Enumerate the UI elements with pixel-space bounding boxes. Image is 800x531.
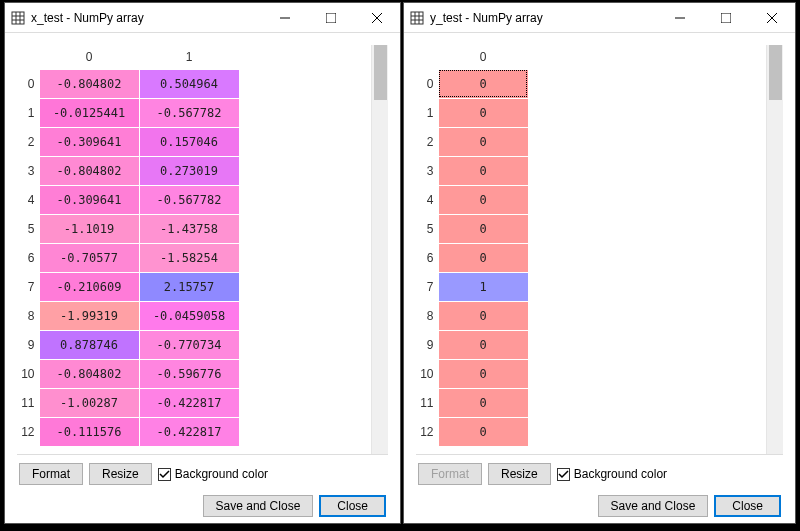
- data-cell[interactable]: 0: [438, 156, 528, 185]
- background-color-checkbox[interactable]: Background color: [557, 467, 667, 481]
- row-header[interactable]: 2: [17, 127, 39, 156]
- resize-button[interactable]: Resize: [488, 463, 551, 485]
- data-cell[interactable]: -1.1019: [39, 214, 139, 243]
- row-header[interactable]: 9: [416, 330, 438, 359]
- data-cell[interactable]: 0: [438, 330, 528, 359]
- row-header[interactable]: 5: [416, 214, 438, 243]
- row-header[interactable]: 7: [416, 272, 438, 301]
- data-cell[interactable]: 0: [438, 417, 528, 446]
- data-cell[interactable]: -0.0125441: [39, 98, 139, 127]
- close-window-button[interactable]: [749, 3, 795, 33]
- row-header[interactable]: 7: [17, 272, 39, 301]
- save-and-close-button[interactable]: Save and Close: [203, 495, 314, 517]
- data-cell[interactable]: -1.00287: [39, 388, 139, 417]
- row-header[interactable]: 6: [416, 243, 438, 272]
- data-cell[interactable]: 0: [438, 301, 528, 330]
- data-cell[interactable]: -0.111576: [39, 417, 139, 446]
- row-header[interactable]: 8: [416, 301, 438, 330]
- data-cell[interactable]: 0.157046: [139, 127, 239, 156]
- data-cell[interactable]: -0.0459058: [139, 301, 239, 330]
- window-controls: [657, 3, 795, 33]
- row-header[interactable]: 3: [17, 156, 39, 185]
- row-header[interactable]: 0: [416, 69, 438, 98]
- data-cell[interactable]: -0.70577: [39, 243, 139, 272]
- row-header[interactable]: 6: [17, 243, 39, 272]
- data-cell[interactable]: 0.878746: [39, 330, 139, 359]
- data-cell[interactable]: -0.422817: [139, 417, 239, 446]
- window-body: 010-0.8048020.5049641-0.0125441-0.567782…: [5, 33, 400, 523]
- close-button[interactable]: Close: [319, 495, 386, 517]
- format-button[interactable]: Format: [19, 463, 83, 485]
- row-header[interactable]: 11: [416, 388, 438, 417]
- resize-button[interactable]: Resize: [89, 463, 152, 485]
- data-grid[interactable]: 000102030405060718090100110120: [416, 45, 766, 454]
- scrollbar-thumb[interactable]: [374, 45, 387, 100]
- data-cell[interactable]: 0: [438, 98, 528, 127]
- row-header[interactable]: 12: [17, 417, 39, 446]
- row-header[interactable]: 8: [17, 301, 39, 330]
- data-cell[interactable]: -1.43758: [139, 214, 239, 243]
- vertical-scrollbar[interactable]: [371, 45, 388, 454]
- data-cell[interactable]: 0: [438, 388, 528, 417]
- scrollbar-thumb[interactable]: [769, 45, 782, 100]
- background-color-checkbox[interactable]: Background color: [158, 467, 268, 481]
- data-cell[interactable]: 0: [438, 214, 528, 243]
- data-cell[interactable]: -0.309641: [39, 185, 139, 214]
- row-header[interactable]: 1: [17, 98, 39, 127]
- close-window-button[interactable]: [354, 3, 400, 33]
- data-cell[interactable]: -0.309641: [39, 127, 139, 156]
- data-cell[interactable]: 0.273019: [139, 156, 239, 185]
- titlebar[interactable]: x_test - NumPy array: [5, 3, 400, 33]
- row-header[interactable]: 10: [416, 359, 438, 388]
- row-header[interactable]: 1: [416, 98, 438, 127]
- data-cell[interactable]: -0.804802: [39, 156, 139, 185]
- window-title: x_test - NumPy array: [31, 11, 262, 25]
- row-header[interactable]: 5: [17, 214, 39, 243]
- data-cell[interactable]: -0.210609: [39, 272, 139, 301]
- data-cell[interactable]: -1.99319: [39, 301, 139, 330]
- column-header[interactable]: 0: [438, 45, 528, 69]
- minimize-button[interactable]: [657, 3, 703, 33]
- row-header[interactable]: 4: [17, 185, 39, 214]
- row-header[interactable]: 0: [17, 69, 39, 98]
- maximize-button[interactable]: [703, 3, 749, 33]
- vertical-scrollbar[interactable]: [766, 45, 783, 454]
- data-cell[interactable]: -1.58254: [139, 243, 239, 272]
- close-button[interactable]: Close: [714, 495, 781, 517]
- minimize-button[interactable]: [262, 3, 308, 33]
- maximize-button[interactable]: [308, 3, 354, 33]
- window-controls: [262, 3, 400, 33]
- svg-rect-15: [721, 13, 731, 23]
- row-header[interactable]: 11: [17, 388, 39, 417]
- column-header[interactable]: 0: [39, 45, 139, 69]
- row-header[interactable]: 2: [416, 127, 438, 156]
- data-cell[interactable]: -0.567782: [139, 185, 239, 214]
- data-cell[interactable]: 0: [438, 127, 528, 156]
- titlebar[interactable]: y_test - NumPy array: [404, 3, 795, 33]
- row-header[interactable]: 3: [416, 156, 438, 185]
- format-button[interactable]: Format: [418, 463, 482, 485]
- data-cell[interactable]: 0: [438, 243, 528, 272]
- row-header[interactable]: 10: [17, 359, 39, 388]
- data-cell[interactable]: 0: [438, 69, 528, 98]
- row-header[interactable]: 9: [17, 330, 39, 359]
- data-cell[interactable]: -0.596776: [139, 359, 239, 388]
- data-cell[interactable]: -0.804802: [39, 359, 139, 388]
- grid-icon: [11, 11, 25, 25]
- save-and-close-button[interactable]: Save and Close: [598, 495, 709, 517]
- data-cell[interactable]: 0: [438, 185, 528, 214]
- data-grid[interactable]: 010-0.8048020.5049641-0.0125441-0.567782…: [17, 45, 371, 454]
- row-header[interactable]: 12: [416, 417, 438, 446]
- options-row: Format Resize Background color: [416, 459, 783, 489]
- column-header[interactable]: 1: [139, 45, 239, 69]
- data-cell[interactable]: -0.567782: [139, 98, 239, 127]
- svg-rect-9: [411, 12, 423, 24]
- data-cell[interactable]: -0.422817: [139, 388, 239, 417]
- data-cell[interactable]: 2.15757: [139, 272, 239, 301]
- data-cell[interactable]: 0: [438, 359, 528, 388]
- data-cell[interactable]: 1: [438, 272, 528, 301]
- data-cell[interactable]: -0.770734: [139, 330, 239, 359]
- row-header[interactable]: 4: [416, 185, 438, 214]
- data-cell[interactable]: -0.804802: [39, 69, 139, 98]
- data-cell[interactable]: 0.504964: [139, 69, 239, 98]
